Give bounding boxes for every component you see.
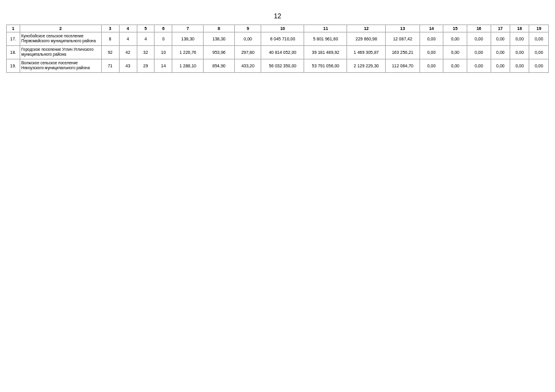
cell-row2-col3: 71	[101, 59, 119, 72]
cell-row2-col1: 19.	[7, 59, 20, 72]
cell-row2-col11: 53 791 056,00	[304, 59, 347, 72]
header-col12: 12	[347, 25, 386, 32]
cell-row0-col1: 17.	[7, 32, 20, 46]
cell-row1-col8: 953,96	[204, 45, 235, 59]
header-col14: 14	[419, 25, 443, 32]
header-col1: 1	[7, 25, 20, 32]
cell-row0-col2: Кунобойское сельское поселение Первомайс…	[20, 32, 101, 46]
header-col10: 10	[261, 25, 304, 32]
cell-row2-col10: 56 032 350,00	[261, 59, 304, 72]
cell-row0-col14: 0,00	[419, 32, 443, 46]
cell-row2-col15: 0,00	[443, 59, 467, 72]
cell-row0-col10: 6 045 710,00	[261, 32, 304, 46]
cell-row0-col4: 4	[119, 32, 137, 46]
header-col3: 3	[101, 25, 119, 32]
cell-row0-col19: 0,00	[529, 32, 549, 46]
cell-row1-col4: 42	[119, 45, 137, 59]
cell-row1-col7: 1 226,76	[172, 45, 204, 59]
cell-row2-col5: 29	[137, 59, 155, 72]
table-row: 18.Городское поселение Углич Угличского …	[7, 45, 549, 59]
table-wrapper: 1 2 3 4 5 6 7 8 9 10 11 12 13 14 15 16 1	[0, 24, 555, 73]
table-row: 19.Волжское сельское поселение Некоузско…	[7, 59, 549, 72]
cell-row1-col12: 1 469 305,87	[347, 45, 386, 59]
cell-row2-col16: 0,00	[467, 59, 491, 72]
cell-row1-col11: 39 181 489,92	[304, 45, 347, 59]
page-number: 12	[0, 0, 555, 24]
cell-row2-col13: 112 064,70	[386, 59, 420, 72]
cell-row1-col16: 0,00	[467, 45, 491, 59]
cell-row0-col12: 229 660,98	[347, 32, 386, 46]
cell-row1-col19: 0,00	[529, 45, 549, 59]
cell-row1-col13: 163 256,21	[386, 45, 420, 59]
cell-row1-col10: 40 814 052,00	[261, 45, 304, 59]
cell-row2-col18: 0,00	[510, 59, 529, 72]
header-col17: 17	[491, 25, 510, 32]
cell-row0-col8: 138,30	[204, 32, 235, 46]
cell-row2-col6: 14	[155, 59, 172, 72]
cell-row1-col18: 0,00	[510, 45, 529, 59]
cell-row2-col7: 1 288,10	[172, 59, 204, 72]
data-table: 1 2 3 4 5 6 7 8 9 10 11 12 13 14 15 16 1	[6, 24, 549, 73]
header-col11: 11	[304, 25, 347, 32]
header-col9: 9	[234, 25, 261, 32]
header-col16: 16	[467, 25, 491, 32]
cell-row1-col6: 10	[155, 45, 172, 59]
cell-row2-col19: 0,00	[529, 59, 549, 72]
cell-row0-col9: 0,00	[234, 32, 261, 46]
cell-row0-col16: 0,00	[467, 32, 491, 46]
cell-row1-col17: 0,00	[491, 45, 510, 59]
cell-row1-col1: 18.	[7, 45, 20, 59]
header-col6: 6	[155, 25, 172, 32]
header-col18: 18	[510, 25, 529, 32]
header-col4: 4	[119, 25, 137, 32]
cell-row1-col2: Городское поселение Углич Угличского мун…	[20, 45, 101, 59]
header-col7: 7	[172, 25, 204, 32]
header-col8: 8	[204, 25, 235, 32]
cell-row1-col5: 32	[137, 45, 155, 59]
header-col19: 19	[529, 25, 549, 32]
header-col2: 2	[20, 25, 101, 32]
cell-row0-col15: 0,00	[443, 32, 467, 46]
cell-row2-col8: 854,90	[204, 59, 235, 72]
cell-row2-col4: 43	[119, 59, 137, 72]
cell-row1-col15: 0,00	[443, 45, 467, 59]
cell-row0-col17: 0,00	[491, 32, 510, 46]
cell-row0-col5: 4	[137, 32, 155, 46]
cell-row0-col11: 5 801 961,60	[304, 32, 347, 46]
page: 12 1 2 3 4 5 6 7 8 9 10 11 12 13 14	[0, 0, 555, 392]
header-col13: 13	[386, 25, 420, 32]
cell-row2-col2: Волжское сельское поселение Некоузского …	[20, 59, 101, 72]
cell-row0-col18: 0,00	[510, 32, 529, 46]
table-row: 17.Кунобойское сельское поселение Первом…	[7, 32, 549, 46]
cell-row2-col9: 433,20	[234, 59, 261, 72]
cell-row0-col3: 8	[101, 32, 119, 46]
cell-row1-col3: 92	[101, 45, 119, 59]
header-col15: 15	[443, 25, 467, 32]
cell-row0-col13: 12 087,42	[386, 32, 420, 46]
cell-row2-col12: 2 129 229,30	[347, 59, 386, 72]
cell-row0-col6: 0	[155, 32, 172, 46]
cell-row2-col17: 0,00	[491, 59, 510, 72]
cell-row0-col7: 138,30	[172, 32, 204, 46]
cell-row1-col9: 297,80	[234, 45, 261, 59]
cell-row1-col14: 0,00	[419, 45, 443, 59]
header-col5: 5	[137, 25, 155, 32]
cell-row2-col14: 0,00	[419, 59, 443, 72]
